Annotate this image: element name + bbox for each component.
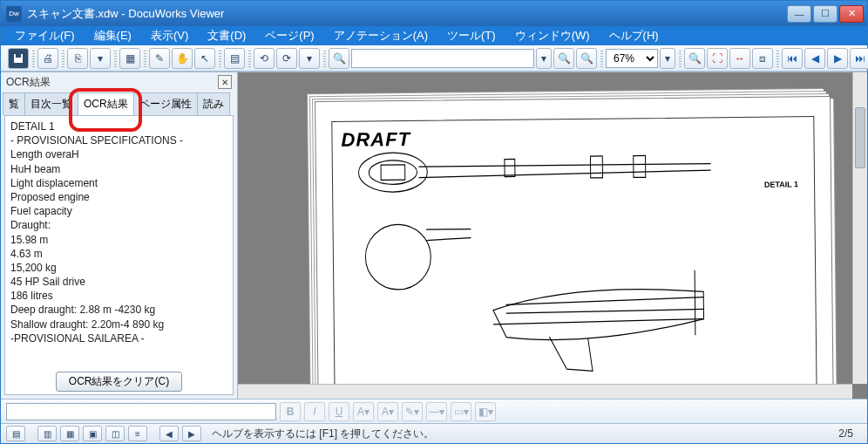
format-toolbar: B I U A▾ A▾ ✎▾ —▾ ▭▾ ◧▾ [1, 399, 867, 423]
first-page-button[interactable]: ⏮ [782, 48, 803, 69]
minimize-button[interactable]: — [787, 5, 811, 23]
save-button[interactable] [8, 48, 29, 69]
menu-view[interactable]: 表示(V) [142, 26, 197, 45]
status-view-cont-button[interactable]: ▥ [37, 426, 57, 441]
page-stack: DRAFT DETAIL 1 [316, 99, 832, 399]
menu-edit[interactable]: 編集(E) [85, 26, 140, 45]
body-area: OCR結果 ✕ 覧 目次一覧 OCR結果 ページ属性 読み DETAIL 1 -… [1, 72, 867, 399]
zoom-dropdown-icon[interactable]: ▾ [660, 48, 675, 69]
svg-rect-5 [590, 156, 602, 178]
main-toolbar: 🖨 ⎘ ▾ ▦ ✎ ✋ ↖ ▤ ⟲ ⟳ ▾ 🔍 ▾ 🔍 🔍 [1, 45, 867, 72]
menu-help[interactable]: ヘルプ(H) [600, 26, 668, 45]
font-size-button[interactable]: A▾ [353, 402, 374, 421]
ocr-line: Fuel capacity [10, 204, 227, 218]
clipboard-next-icon[interactable]: ▾ [90, 48, 111, 69]
tab-ocr-result[interactable]: OCR結果 [78, 92, 134, 115]
svg-point-8 [369, 161, 417, 185]
search-next-button[interactable]: 🔍 [553, 48, 574, 69]
shape-button[interactable]: ▭▾ [451, 402, 471, 421]
ocr-panel-close-button[interactable]: ✕ [218, 75, 232, 89]
ocr-clear-row: OCR結果をクリア(C) [5, 368, 233, 394]
tab-toc[interactable]: 目次一覧 [24, 92, 78, 115]
ocr-line: Deep draught: 2.88 m -4230 kg [10, 303, 227, 317]
menu-window[interactable]: ウィンドウ(W) [506, 26, 599, 45]
tab-reading[interactable]: 読み [197, 92, 230, 115]
zoom-tool-button[interactable]: 🔍 [684, 48, 705, 69]
vertical-scrollbar[interactable] [852, 72, 867, 384]
search-dropdown-icon[interactable]: ▾ [536, 48, 552, 69]
status-message: ヘルプを表示するには [F1] を押してください。 [212, 427, 835, 441]
status-prev-button[interactable]: ◀ [159, 426, 179, 441]
fill-button[interactable]: ◧▾ [475, 402, 496, 421]
next-page-button[interactable]: ▶ [827, 48, 848, 69]
close-button[interactable]: ✕ [839, 5, 864, 23]
horizontal-scrollbar[interactable] [238, 384, 852, 399]
app-window: Dw スキャン文書.xdw - DocuWorks Viewer — ☐ ✕ フ… [0, 0, 868, 444]
tab-list-end[interactable]: 覧 [3, 92, 25, 115]
svg-line-3 [418, 170, 710, 177]
menubar: ファイル(F) 編集(E) 表示(V) 文書(D) ページ(P) アノテーション… [1, 26, 867, 45]
svg-rect-4 [505, 159, 515, 176]
svg-line-16 [695, 270, 695, 336]
scroll-thumb[interactable] [855, 107, 865, 168]
hand-tool-button[interactable]: ✋ [172, 48, 193, 69]
titlebar: Dw スキャン文書.xdw - DocuWorks Viewer — ☐ ✕ [1, 1, 867, 26]
status-page-indicator: 2/5 [838, 427, 853, 440]
fit-width-button[interactable]: ↔ [729, 48, 750, 69]
status-view-thumb-button[interactable]: ▣ [83, 426, 102, 441]
rotate-left-button[interactable]: ⟲ [254, 48, 275, 69]
maximize-button[interactable]: ☐ [813, 5, 837, 23]
bold-button[interactable]: B [280, 402, 301, 421]
status-view-single-button[interactable]: ▤ [6, 426, 25, 441]
zoom-region-button[interactable]: ⧈ [752, 48, 773, 69]
annotate-pen-button[interactable]: ✎ [149, 48, 170, 69]
rotate-menu-icon[interactable]: ▾ [299, 48, 320, 69]
search-prev-button[interactable]: 🔍 [576, 48, 597, 69]
prev-page-button[interactable]: ◀ [804, 48, 825, 69]
ocr-line: Shallow draught: 2.20m-4 890 kg [10, 318, 227, 331]
svg-point-10 [365, 224, 431, 290]
menu-file[interactable]: ファイル(F) [6, 26, 84, 45]
rotate-right-button[interactable]: ⟳ [276, 48, 297, 69]
ocr-clear-button[interactable]: OCR結果をクリア(C) [56, 372, 182, 392]
underline-button[interactable]: U [329, 402, 349, 421]
last-page-button[interactable]: ⏭ [850, 48, 868, 69]
fit-page-button[interactable]: ⛶ [707, 48, 728, 69]
search-input[interactable] [351, 49, 534, 68]
font-color-button[interactable]: A▾ [377, 402, 398, 421]
menu-document[interactable]: 文書(D) [199, 26, 254, 45]
copy-button[interactable]: ⎘ [67, 48, 88, 69]
ocr-line: 4.63 m [10, 247, 227, 261]
svg-rect-1 [16, 54, 21, 58]
search-button[interactable]: 🔍 [329, 48, 349, 69]
status-view-grid-button[interactable]: ▦ [60, 426, 79, 441]
font-combo[interactable] [6, 403, 276, 420]
status-next-button[interactable]: ▶ [182, 426, 201, 441]
status-view-list-button[interactable]: ≡ [128, 426, 147, 441]
print-button[interactable]: 🖨 [37, 48, 58, 69]
menu-page[interactable]: ページ(P) [256, 26, 322, 45]
pointer-tool-button[interactable]: ↖ [194, 48, 215, 69]
app-icon: Dw [6, 6, 22, 22]
page-border: DRAFT DETAIL 1 [331, 116, 817, 399]
ocr-panel-title: OCR結果 [6, 75, 51, 90]
window-buttons: — ☐ ✕ [787, 5, 864, 23]
status-view-2up-button[interactable]: ◫ [105, 426, 125, 441]
ocr-text-area[interactable]: DETAIL 1 - PROVISIONAL SPECIFICATIONS - … [5, 116, 233, 368]
ocr-line: HuH beam [10, 162, 227, 176]
ocr-line: 186 litres [10, 289, 227, 303]
page-layout-button[interactable]: ▤ [224, 48, 245, 69]
italic-button[interactable]: I [304, 402, 325, 421]
menu-annotation[interactable]: アノテーション(A) [325, 26, 437, 45]
line-button[interactable]: —▾ [426, 402, 447, 421]
highlight-button[interactable]: ✎▾ [402, 402, 423, 421]
ocr-line: Draught: [10, 218, 227, 232]
ocr-line: Length overaH [10, 147, 227, 161]
ocr-line: Light displacement [10, 176, 227, 190]
document-canvas[interactable]: DRAFT DETAIL 1 [238, 72, 867, 399]
zoom-select[interactable]: 67% [606, 49, 658, 68]
svg-line-14 [506, 309, 704, 313]
tab-page-attr[interactable]: ページ属性 [133, 92, 198, 115]
menu-tool[interactable]: ツール(T) [438, 26, 505, 45]
info-panel-button[interactable]: ▦ [119, 48, 140, 69]
